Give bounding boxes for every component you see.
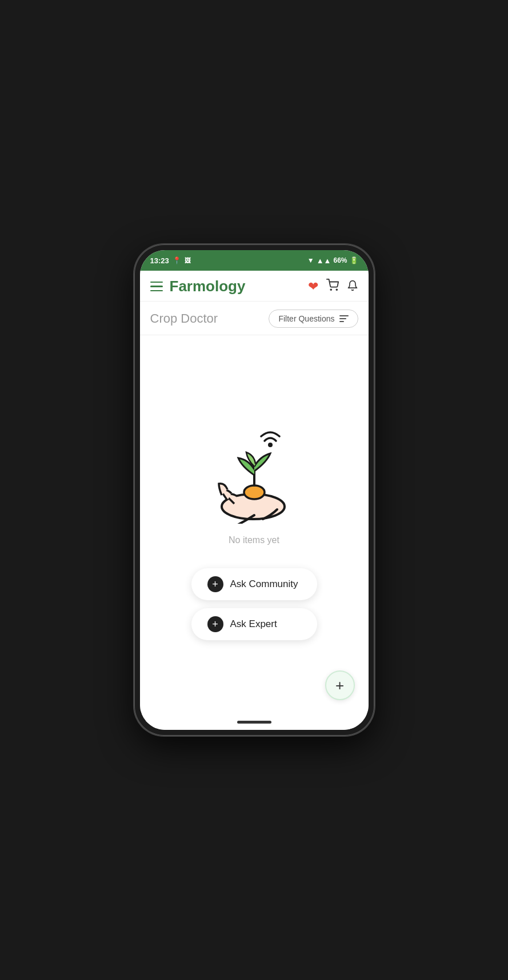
filter-questions-button[interactable]: Filter Questions bbox=[269, 310, 358, 328]
ask-community-label: Ask Community bbox=[230, 579, 298, 590]
fab-plus-icon: + bbox=[335, 677, 344, 694]
phone-screen: 13:23 📍 🖼 ▼ ▲▲ 66% 🔋 Farmology bbox=[140, 250, 369, 730]
svg-point-1 bbox=[336, 289, 337, 290]
location-icon: 📍 bbox=[173, 256, 181, 264]
header-right: ❤ bbox=[308, 279, 358, 294]
phone-frame: 13:23 📍 🖼 ▼ ▲▲ 66% 🔋 Farmology bbox=[134, 244, 374, 736]
content-area: No items yet + Ask Community + Ask Exper… bbox=[140, 335, 369, 714]
ask-community-button[interactable]: + Ask Community bbox=[191, 568, 317, 600]
empty-state-text: No items yet bbox=[229, 535, 279, 545]
sub-header: Crop Doctor Filter Questions bbox=[140, 302, 369, 335]
header-left: Farmology bbox=[150, 278, 246, 295]
status-right: ▼ ▲▲ 66% 🔋 bbox=[307, 256, 358, 265]
battery-percent: 66% bbox=[333, 256, 347, 264]
ask-expert-plus-icon: + bbox=[207, 616, 223, 632]
app-header: Farmology ❤ bbox=[140, 271, 369, 302]
bell-icon[interactable] bbox=[347, 279, 358, 294]
home-indicator-bar bbox=[237, 721, 271, 724]
action-buttons: + Ask Community + Ask Expert bbox=[151, 568, 357, 640]
svg-point-5 bbox=[268, 443, 273, 447]
empty-state-illustration bbox=[197, 409, 311, 524]
ask-expert-label: Ask Expert bbox=[230, 618, 277, 630]
filter-btn-label: Filter Questions bbox=[278, 314, 334, 323]
status-time: 13:23 bbox=[150, 256, 169, 265]
status-bar: 13:23 📍 🖼 ▼ ▲▲ 66% 🔋 bbox=[140, 250, 369, 271]
status-left: 13:23 📍 🖼 bbox=[150, 256, 191, 265]
cart-icon[interactable] bbox=[326, 279, 339, 294]
fab-add-button[interactable]: + bbox=[325, 670, 355, 700]
svg-point-3 bbox=[244, 485, 265, 499]
filter-lines-icon bbox=[339, 315, 349, 322]
ask-community-plus-icon: + bbox=[207, 576, 223, 592]
battery-icon: 🔋 bbox=[350, 256, 358, 264]
image-icon: 🖼 bbox=[185, 257, 191, 264]
wifi-icon: ▼ bbox=[307, 256, 314, 264]
signal-icon: ▲▲ bbox=[317, 256, 331, 265]
svg-point-0 bbox=[330, 289, 331, 290]
home-indicator bbox=[140, 714, 369, 730]
app-title: Farmology bbox=[170, 278, 246, 295]
ask-expert-button[interactable]: + Ask Expert bbox=[191, 608, 317, 640]
favorites-icon[interactable]: ❤ bbox=[308, 279, 318, 294]
page-title: Crop Doctor bbox=[150, 311, 218, 326]
hamburger-menu[interactable] bbox=[150, 282, 163, 292]
